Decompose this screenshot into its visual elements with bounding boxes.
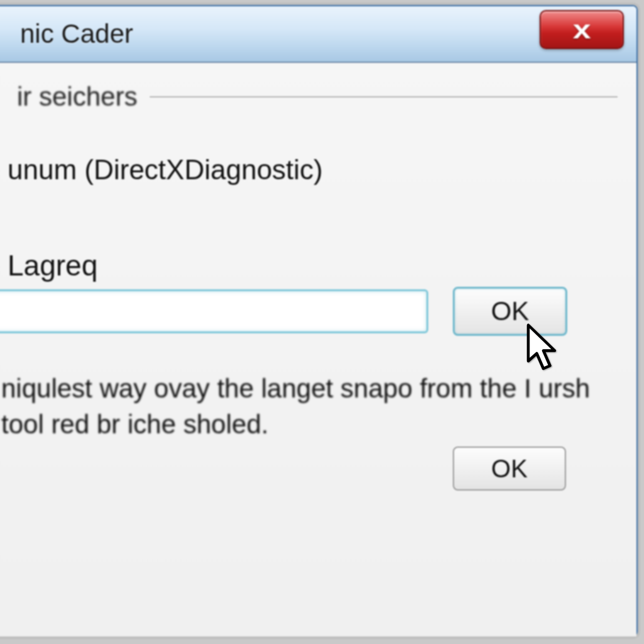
close-button[interactable]: x bbox=[540, 10, 624, 49]
client-area: ir seichers unum (DirectXDiagnostic) Lag… bbox=[0, 63, 636, 636]
group-label: ir seichers bbox=[17, 82, 137, 112]
ok-button-secondary[interactable]: OK bbox=[453, 447, 566, 491]
description-text: niqulest way ovay the langet snapo from … bbox=[1, 371, 618, 442]
window-title: nic Cader bbox=[20, 19, 133, 49]
text-input[interactable] bbox=[0, 289, 428, 333]
field-label: Lagreq bbox=[8, 248, 97, 282]
ok-button-primary-label: OK bbox=[491, 296, 530, 326]
close-icon: x bbox=[573, 17, 591, 42]
dialog-window: nic Cader x ir seichers unum (DirectXDia… bbox=[0, 5, 638, 636]
ok-button-primary[interactable]: OK bbox=[453, 287, 567, 336]
titlebar[interactable]: nic Cader x bbox=[0, 6, 636, 63]
diagnostic-text: unum (DirectXDiagnostic) bbox=[8, 154, 323, 186]
separator-line bbox=[150, 96, 618, 97]
ok-button-secondary-label: OK bbox=[491, 455, 528, 483]
group-header: ir seichers bbox=[0, 82, 636, 112]
